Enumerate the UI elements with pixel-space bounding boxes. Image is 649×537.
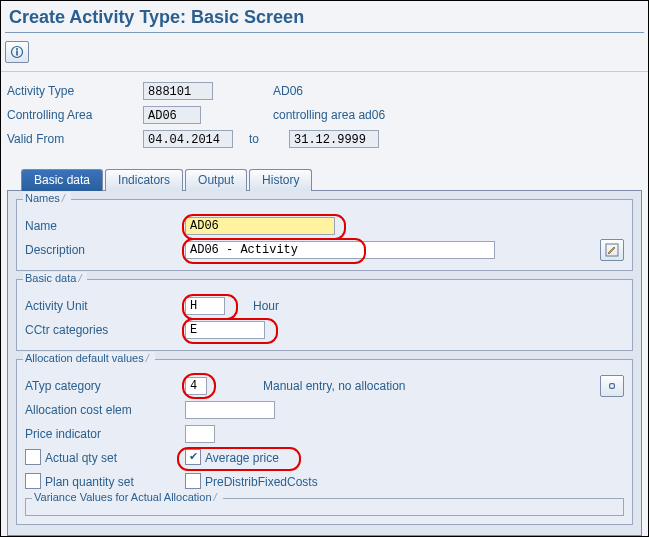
predist-wrap[interactable]: PreDistribFixedCosts: [185, 474, 318, 490]
avg-price-wrap[interactable]: Average price: [185, 450, 279, 466]
group-variance-title: Variance Values for Actual Allocation/: [32, 491, 223, 503]
atyp-text: Manual entry, no allocation: [207, 379, 406, 393]
group-variance: Variance Values for Actual Allocation/: [25, 498, 624, 516]
tab-history[interactable]: History: [249, 169, 312, 191]
svg-rect-2: [16, 50, 18, 55]
plan-qty-checkbox[interactable]: [25, 473, 41, 489]
plan-qty-label: Plan quantity set: [45, 475, 134, 489]
info-button[interactable]: [5, 41, 29, 63]
group-alloc: Allocation default values/ ATyp category…: [16, 359, 633, 525]
valid-to-label: to: [233, 132, 289, 146]
description-input[interactable]: [185, 241, 495, 259]
actual-qty-label: Actual qty set: [45, 451, 117, 465]
page-title: Create Activity Type: Basic Screen: [1, 1, 648, 32]
activity-type-label: Activity Type: [7, 84, 143, 98]
cctr-label: CCtr categories: [25, 323, 185, 337]
pencil-icon: [605, 243, 619, 257]
activity-unit-text: Hour: [225, 299, 279, 313]
controlling-area-text: controlling area ad06: [201, 108, 385, 122]
svg-point-1: [16, 48, 18, 50]
predist-checkbox[interactable]: [185, 473, 201, 489]
description-label: Description: [25, 243, 185, 257]
tab-indicators[interactable]: Indicators: [105, 169, 183, 191]
cost-elem-label: Allocation cost elem: [25, 403, 185, 417]
actual-qty-checkbox[interactable]: [25, 449, 41, 465]
price-ind-input[interactable]: [185, 425, 215, 443]
chain-icon: [605, 379, 619, 393]
cctr-input[interactable]: [185, 321, 265, 339]
toolbar: [1, 39, 648, 71]
group-basic-title: Basic data/: [23, 272, 87, 284]
group-alloc-title: Allocation default values/: [23, 352, 155, 364]
activity-type-value: 888101: [143, 82, 213, 100]
actual-qty-wrap[interactable]: Actual qty set: [25, 450, 185, 466]
valid-from-label: Valid From: [7, 132, 143, 146]
long-text-button[interactable]: [600, 239, 624, 261]
atyp-input[interactable]: [185, 377, 207, 395]
cost-elem-input[interactable]: [185, 401, 275, 419]
header: Activity Type 888101 AD06 Controlling Ar…: [1, 78, 648, 158]
info-icon: [10, 45, 24, 59]
controlling-area-label: Controlling Area: [7, 108, 143, 122]
title-rule: [5, 32, 644, 33]
avg-price-label: Average price: [205, 451, 279, 465]
atyp-label: ATyp category: [25, 379, 185, 393]
tab-output[interactable]: Output: [185, 169, 247, 191]
activity-unit-input[interactable]: [185, 297, 225, 315]
group-basic: Basic data/ Activity Unit Hour CCtr cate…: [16, 279, 633, 351]
controlling-area-value: AD06: [143, 106, 201, 124]
name-input[interactable]: [185, 217, 335, 235]
predist-label: PreDistribFixedCosts: [205, 475, 318, 489]
activity-type-text: AD06: [213, 84, 303, 98]
name-label: Name: [25, 219, 185, 233]
tab-basic-data[interactable]: Basic data: [21, 169, 103, 191]
avg-price-checkbox[interactable]: [185, 449, 201, 465]
valid-to-value: 31.12.9999: [289, 130, 379, 148]
group-names: Names/ Name Description: [16, 199, 633, 271]
price-ind-label: Price indicator: [25, 427, 185, 441]
alloc-link-button[interactable]: [600, 375, 624, 397]
valid-from-value: 04.04.2014: [143, 130, 233, 148]
activity-unit-label: Activity Unit: [25, 299, 185, 313]
plan-qty-wrap[interactable]: Plan quantity set: [25, 474, 185, 490]
tabstrip: Basic data Indicators Output History: [1, 168, 648, 190]
group-names-title: Names/: [23, 192, 71, 204]
tab-panel-basic: Names/ Name Description Basic data/ Acti…: [7, 190, 642, 536]
toolbar-rule: [1, 71, 648, 72]
